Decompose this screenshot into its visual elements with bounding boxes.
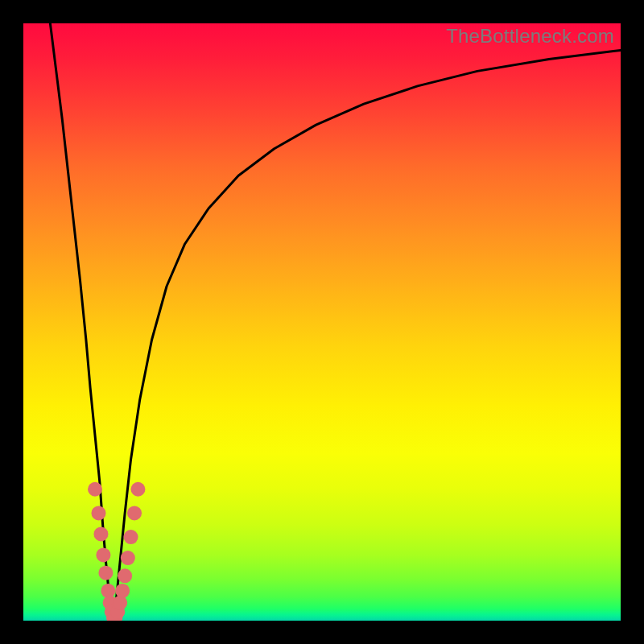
- scatter-dot: [91, 506, 105, 520]
- curve-right-branch: [114, 50, 621, 621]
- scatter-dot: [130, 482, 145, 497]
- scatter-dot: [88, 482, 102, 497]
- watermark-text: TheBottleneck.com: [446, 25, 614, 47]
- scatter-dot: [96, 547, 110, 562]
- scatter-dot: [93, 526, 108, 541]
- scatter-dot: [121, 551, 135, 565]
- bottleneck-curve: [50, 23, 621, 621]
- scatter-dot: [127, 506, 142, 520]
- scatter-dot: [118, 568, 132, 583]
- scatter-dot: [124, 530, 138, 544]
- chart-svg: [23, 23, 621, 621]
- plot-area: TheBottleneck.com: [23, 23, 621, 621]
- scatter-dot: [115, 584, 130, 598]
- scatter-dot: [113, 596, 127, 610]
- scatter-points: [88, 482, 145, 621]
- scatter-dot: [98, 566, 113, 580]
- chart-frame: TheBottleneck.com: [0, 0, 644, 644]
